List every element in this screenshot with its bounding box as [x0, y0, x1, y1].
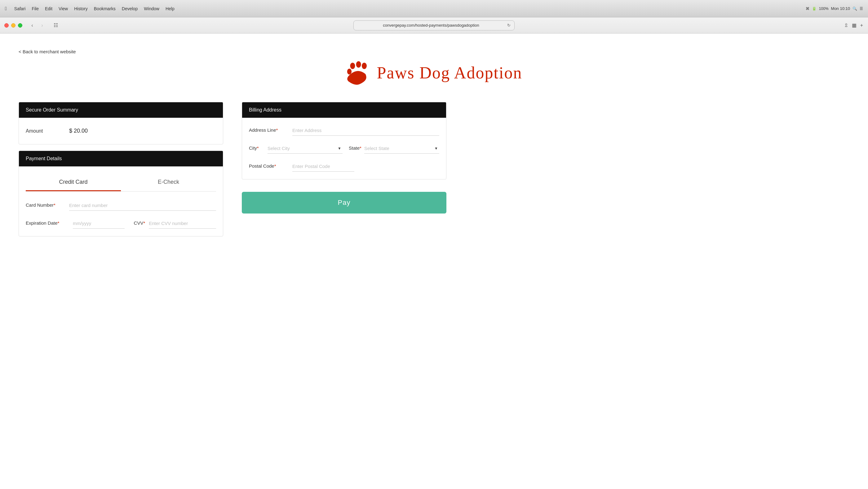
- menu-file[interactable]: File: [32, 6, 39, 11]
- main-layout: Secure Order Summary Amount $ 20.00 Paym…: [19, 102, 849, 242]
- payment-details-card: Payment Details Credit Card E-Check: [19, 151, 223, 236]
- svg-point-2: [362, 63, 367, 69]
- state-select-container: Select State ▼: [364, 143, 439, 154]
- reload-icon[interactable]: ↻: [507, 23, 510, 28]
- expiry-input[interactable]: [73, 218, 125, 229]
- menu-develop[interactable]: Develop: [122, 6, 137, 11]
- postal-code-input[interactable]: [292, 161, 354, 172]
- url-bar-wrapper: convergepay.com/hosted-payments/pawsdoga…: [353, 21, 515, 30]
- amount-value: $ 20.00: [69, 128, 88, 134]
- order-summary-header: Secure Order Summary: [19, 102, 223, 118]
- browser-actions-right: ⇫ ▦ +: [844, 22, 863, 28]
- menu-safari[interactable]: Safari: [14, 6, 26, 11]
- menu-bookmarks[interactable]: Bookmarks: [94, 6, 116, 11]
- brand-name-text: Paws Dog Adoption: [377, 63, 522, 83]
- postal-code-row: Postal Code*: [249, 161, 439, 172]
- menu-window[interactable]: Window: [144, 6, 159, 11]
- close-button[interactable]: [4, 23, 9, 28]
- url-text: convergepay.com/hosted-payments/pawsdoga…: [358, 23, 505, 28]
- card-number-label: Card Number*: [26, 202, 69, 211]
- svg-point-0: [350, 63, 355, 69]
- menu-help[interactable]: Help: [165, 6, 175, 11]
- tab-credit-card-label: Credit Card: [59, 179, 87, 185]
- billing-address-card: Billing Address Address Line*: [242, 102, 446, 180]
- macos-menubar:  Safari File Edit View History Bookmark…: [0, 0, 868, 18]
- url-bar[interactable]: convergepay.com/hosted-payments/pawsdoga…: [353, 21, 515, 30]
- tab-echeck-label: E-Check: [158, 179, 179, 185]
- amount-label: Amount: [26, 128, 57, 134]
- expiry-cvv-row: Expiration Date* CVV*: [26, 218, 216, 229]
- order-summary-card: Secure Order Summary Amount $ 20.00: [19, 102, 223, 144]
- menubar-left:  Safari File Edit View History Bookmark…: [5, 6, 175, 11]
- cvv-group: CVV*: [134, 218, 216, 229]
- payment-details-header: Payment Details: [19, 151, 223, 166]
- paw-icon: [346, 60, 370, 85]
- state-select[interactable]: Select State: [364, 143, 439, 153]
- traffic-lights: [4, 23, 22, 28]
- wifi-icon: ⌘: [806, 6, 809, 11]
- tab-credit-card[interactable]: Credit Card: [26, 174, 121, 191]
- expiry-field: [73, 218, 125, 229]
- state-select-wrapper: Select State ▼: [364, 143, 439, 154]
- menu-history[interactable]: History: [74, 6, 88, 11]
- nav-buttons: ‹ ›: [28, 21, 46, 30]
- postal-code-field: [292, 161, 439, 172]
- card-number-row: Card Number*: [26, 200, 216, 211]
- card-number-input[interactable]: [69, 200, 216, 211]
- card-number-field: [69, 200, 216, 211]
- city-label: City*: [249, 145, 268, 154]
- maximize-button[interactable]: [18, 23, 22, 28]
- left-column: Secure Order Summary Amount $ 20.00 Paym…: [19, 102, 223, 242]
- postal-code-label: Postal Code*: [249, 163, 292, 172]
- share-icon[interactable]: ⇫: [844, 22, 848, 28]
- status-icons: ⌘ 🔋 100% Mon 10:10 🔍 ☰: [806, 6, 863, 11]
- amount-row: Amount $ 20.00: [26, 125, 216, 137]
- back-to-merchant-link[interactable]: < Back to merchant website: [19, 49, 76, 54]
- svg-point-1: [356, 61, 361, 68]
- page-content: < Back to merchant website Paws Dog Adop…: [0, 33, 868, 489]
- city-select[interactable]: Select City: [268, 143, 343, 153]
- expiry-label: Expiration Date*: [26, 220, 69, 229]
- battery-percent: 100%: [819, 6, 829, 11]
- tab-overview-icon[interactable]: ▦: [852, 22, 857, 28]
- cvv-field: [149, 218, 216, 229]
- billing-address-title: Billing Address: [249, 107, 281, 112]
- tab-echeck[interactable]: E-Check: [121, 174, 216, 191]
- brand-logo: Paws Dog Adoption: [346, 60, 522, 85]
- back-nav-button[interactable]: ‹: [28, 21, 37, 30]
- sidebar-toggle-button[interactable]: ☷: [52, 21, 60, 30]
- browser-toolbar: ‹ › ☷ convergepay.com/hosted-payments/pa…: [0, 18, 868, 33]
- clock: Mon 10:10: [831, 6, 850, 11]
- cvv-input[interactable]: [149, 218, 216, 229]
- minimize-button[interactable]: [11, 23, 16, 28]
- city-select-wrapper: Select City ▼: [268, 143, 343, 154]
- forward-nav-button[interactable]: ›: [38, 21, 46, 30]
- address-line-row: Address Line*: [249, 125, 439, 136]
- new-tab-icon[interactable]: +: [860, 23, 863, 28]
- pay-button[interactable]: Pay: [242, 192, 446, 214]
- address-line-field: [292, 125, 439, 136]
- credit-card-form: Card Number* Expiration Date*: [26, 192, 216, 229]
- city-state-row: City* Select City ▼ State*: [249, 143, 439, 154]
- menubar-right: ⌘ 🔋 100% Mon 10:10 🔍 ☰: [806, 6, 863, 11]
- card-number-required: *: [54, 202, 56, 208]
- apple-menu[interactable]: : [5, 6, 7, 11]
- right-column: Billing Address Address Line*: [242, 102, 446, 214]
- search-icon[interactable]: 🔍: [852, 6, 857, 11]
- billing-address-header: Billing Address: [242, 102, 446, 118]
- city-select-container: Select City ▼: [268, 143, 343, 154]
- address-line-input[interactable]: [292, 125, 439, 136]
- sidebar-icon[interactable]: ☰: [860, 6, 863, 11]
- state-label: State*: [343, 145, 364, 154]
- svg-point-3: [347, 68, 351, 74]
- payment-tabs: Credit Card E-Check: [26, 174, 216, 191]
- billing-address-body: Address Line* City*: [242, 118, 446, 179]
- menu-view[interactable]: View: [59, 6, 68, 11]
- payment-details-body: Credit Card E-Check Card Number*: [19, 166, 223, 236]
- payment-details-title: Payment Details: [26, 156, 62, 161]
- order-summary-title: Secure Order Summary: [26, 107, 78, 112]
- order-summary-body: Amount $ 20.00: [19, 118, 223, 144]
- menu-edit[interactable]: Edit: [45, 6, 52, 11]
- menubar-menus: Safari File Edit View History Bookmarks …: [14, 6, 175, 11]
- battery-icon: 🔋: [812, 6, 816, 11]
